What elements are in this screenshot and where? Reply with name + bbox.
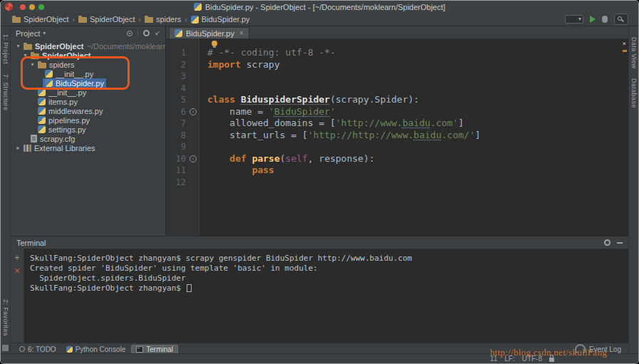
code-token: import [207,59,241,70]
code-token: start_urls = [ [207,130,308,140]
line-number[interactable]: 4 [166,83,199,95]
stripe-button-1-project[interactable]: 1: Project [2,34,9,64]
line-number[interactable]: 3 [166,71,199,83]
tool-window-tab-terminal[interactable]: Terminal [131,345,178,354]
tool-window-switcher-icon[interactable] [2,345,9,351]
minimize-window-button[interactable] [29,4,35,10]
folder-icon [31,53,39,59]
line-number[interactable]: 10↑ [166,153,199,165]
breadcrumb-separator: › [73,16,75,24]
todo-icon [19,346,25,352]
line-number[interactable]: 1 [166,47,199,59]
chevron-down-icon[interactable]: ▾ [15,43,21,49]
tree-item-content: middlewares.py [36,106,105,115]
python-icon [45,70,53,78]
intention-bulb-icon[interactable] [212,41,217,46]
code-line: 9 [166,141,628,153]
tree-item-content: BiduSpider.py [43,78,106,88]
locate-file-icon[interactable] [127,31,133,36]
settings-icon[interactable] [604,239,611,246]
stripe-button-2-favorites[interactable]: 2: Favorites [2,299,9,336]
tree-item-init-py[interactable]: __init__.py [11,69,165,78]
tree-item-spiderobject[interactable]: ▾SpiderObject ~/Documents/moklearn/Spide [11,41,165,51]
new-session-icon[interactable]: + [14,254,19,261]
chevron-down-icon[interactable]: ▾ [29,62,36,68]
code-token: BiduSpider [274,106,330,117]
tree-item-pipelines-py[interactable]: pipelines.py [11,115,165,125]
tree-item-content: External Libraries [21,143,98,152]
chevron-right-icon[interactable]: ▸ [15,145,21,151]
run-config-combo[interactable]: ▾ [565,15,583,24]
tree-item-spiderobject[interactable]: ▾SpiderObject [11,51,165,60]
project-panel-title[interactable]: Project [16,29,40,38]
tree-item-spiders[interactable]: ▾spiders [11,60,165,69]
code-line: 4 [166,83,628,95]
debug-button[interactable] [602,16,608,23]
tree-item-scrapy-cfg[interactable]: scrapy.cfg [11,134,165,143]
close-tab-icon[interactable]: × [239,29,244,37]
tool-window-tab-6-todo[interactable]: 6: TODO [15,345,61,354]
stripe-button-data-view[interactable]: Data View [630,37,638,68]
hide-panel-icon[interactable]: ↙ [155,30,160,36]
tree-item-content: items.py [36,97,80,106]
tree-item-settings-py[interactable]: settings.py [11,125,165,134]
tree-item-label: middlewares.py [48,107,103,115]
settings-icon[interactable] [143,30,150,36]
left-tool-stripe: 1: Project7: Structure2: Favorites [1,26,11,353]
line-number[interactable]: 5 [166,94,199,106]
terminal-header: Terminal [11,236,628,249]
line-number[interactable]: 11 [166,165,199,177]
tree-item-items-py[interactable]: items.py [11,97,165,106]
code-line: 10↑ def parse(self, response): [166,153,628,165]
project-panel-toolbar: ↙ [127,30,160,37]
zoom-window-button[interactable] [38,4,44,10]
error-stripe-mark[interactable]: × [623,40,626,47]
tool-window-tab-python-console[interactable]: Python Console [62,345,130,354]
stripe-button-7-structure[interactable]: 7: Structure [2,74,9,110]
code-line: 11 pass [166,165,628,177]
code-lines: 1# -*- coding: utf-8 -*-2import scrapy34… [166,38,628,188]
close-window-button[interactable] [20,4,26,10]
code-token: .com/' [442,130,475,140]
breadcrumb-item-biduspider-py[interactable]: BiduSpider.py [191,15,250,24]
run-button[interactable] [590,16,596,23]
stripe-button-database[interactable]: Database [630,78,638,108]
tree-item-label: SpiderObject [35,42,83,51]
tree-item-content: scrapy.cfg [28,134,77,143]
python-file-icon [175,29,182,37]
close-session-icon[interactable]: ✕ [14,267,20,274]
tree-item-label: SpiderObject [42,51,90,60]
override-method-icon[interactable]: ↑ [189,108,197,115]
breadcrumb-item-spiders[interactable]: spiders [145,15,181,24]
tree-item-biduspider-py[interactable]: BiduSpider.py [11,78,165,88]
line-number[interactable]: 7 [166,118,199,130]
chevron-down-icon[interactable]: ▾ [22,53,28,58]
window-controls [20,4,44,10]
minimize-panel-icon[interactable] [617,242,623,244]
line-number[interactable]: 9 [166,141,199,153]
tree-item-label: settings.py [48,125,86,134]
right-tool-stripe: Data ViewDatabase [628,26,638,353]
override-method-icon[interactable]: ↑ [189,155,197,162]
search-icon [618,16,622,21]
code-token: ] [458,118,464,128]
tree-item-middlewares-py[interactable]: middlewares.py [11,106,165,115]
code-token: allowed_domains = [ [207,118,336,128]
tree-item-init-py[interactable]: __init__.py [11,88,165,97]
breadcrumb-item-spiderobject[interactable]: SpiderObject [12,15,69,24]
line-number[interactable]: 12 [166,177,199,189]
code-editor[interactable]: × 1# -*- coding: utf-8 -*-2import scrapy… [166,38,628,236]
code-token: name = [207,106,269,117]
tree-item-external-libraries[interactable]: ▸External Libraries [11,143,165,152]
error-stripe-tick[interactable] [623,50,627,52]
code-token: ] [475,130,481,140]
search-button[interactable] [614,14,628,25]
terminal-output[interactable]: SkullFang:SpiderObject zhangyan$ scrapy … [24,249,628,343]
line-number[interactable]: 2 [166,59,199,71]
line-number[interactable]: 6↑ [166,106,199,118]
line-number[interactable]: 8 [166,130,199,142]
editor-tab[interactable]: BiduSpider.py × [169,27,249,38]
breadcrumb: SpiderObject›SpiderObject›spiders›BiduSp… [6,15,250,24]
breadcrumb-item-spiderobject[interactable]: SpiderObject [78,15,135,24]
tree-item-label: pipelines.py [48,116,90,125]
